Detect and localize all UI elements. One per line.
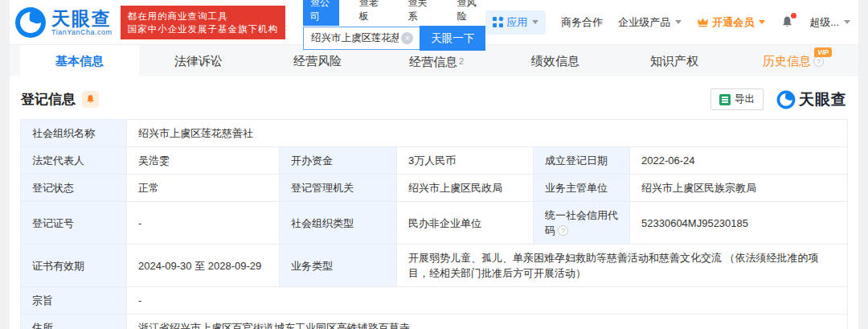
slogan-line1: 都在用的商业查询工具 [128,10,279,23]
tab-intellectual-property[interactable]: 知识产权 [615,45,734,76]
brand-name: 天眼查 [51,9,113,28]
help-icon[interactable]: ? [558,225,568,236]
subscribe-bell-button[interactable] [82,91,99,108]
field-label: 社会组织名称 [21,120,127,147]
tab-performance[interactable]: 绩效信息 [496,45,615,76]
search-tabs: 查公司 查老板 查关系 查风险 [303,0,485,26]
registration-table: 社会组织名称 绍兴市上虞区莲花慈善社 法定代表人 吴浩雯 开办资金 3万人民币 … [20,119,848,329]
nav-cooperation[interactable]: 商务合作 [561,15,603,30]
field-label: 统一社会信用代码? [534,202,630,245]
field-value: 吴浩雯 [127,147,280,175]
username: 超级... [809,15,839,30]
tab-history-info[interactable]: VIP 历史信息? [734,45,853,76]
search-block: 查公司 查老板 查关系 查风险 × 天眼一下 [303,0,485,51]
field-value: 民办非企业单位 [397,202,534,245]
tab-operation-info-label: 经营信息 [409,55,457,68]
table-row: 住所 浙江省绍兴市上虞区百官街道城东工业园区高铁辅路百草寺 [21,315,848,329]
nav-apps-label: 应用 [506,15,527,30]
field-value: 52330604MJ95230185 [630,202,848,245]
bell-icon [85,94,96,105]
tab-history-info-label: 历史信息 [763,54,811,68]
field-label-text: 统一社会信用代码 [545,209,618,236]
field-label: 开办资金 [280,147,397,175]
field-value: - [127,287,848,315]
tab-legal-label: 法律诉讼 [174,54,223,68]
notification-dot [791,13,796,19]
field-label: 登记状态 [21,175,127,202]
content-area: 登记信息 导出 天眼查 [10,76,858,329]
export-button-label: 导出 [735,93,755,106]
field-value: 2022-06-24 [630,147,848,175]
tianyancha-logo-icon [14,6,47,39]
search-tab-company[interactable]: 查公司 [303,0,339,26]
watermark-label: 天眼查 [799,89,847,110]
section-header: 登记信息 导出 天眼查 [10,76,858,119]
chevron-down-icon [844,20,850,24]
search-tab-risk[interactable]: 查风险 [449,0,485,26]
nav-enterprise-label: 企业级产品 [618,15,670,30]
table-row: 宗旨 - [21,287,848,315]
brand-logo[interactable]: 天眼查 TianYanCha.com [14,6,113,39]
field-label: 法定代表人 [21,147,127,175]
tab-basic-info[interactable]: 基本信息 [20,45,139,76]
vip-badge: VIP [814,47,832,57]
tab-operation-info[interactable]: 经营信息2 [377,45,496,76]
main-card: 天眼查 TianYanCha.com 都在用的商业查询工具 国家中小企业发展子基… [10,0,858,329]
table-row: 法定代表人 吴浩雯 开办资金 3万人民币 成立登记日期 2022-06-24 [21,147,848,175]
section-title: 登记信息 [21,90,76,109]
crown-icon [697,17,709,27]
chevron-down-icon [759,20,765,24]
table-row: 证书有效期 2024-09-30 至 2028-09-29 业务类型 开展弱势儿… [21,245,848,287]
nav-enterprise[interactable]: 企业级产品 [618,15,682,30]
slogan-line2: 国家中小企业发展子基金旗下机构 [128,23,279,35]
tab-operating-risk[interactable]: 经营风险 [258,45,377,76]
field-value: 浙江省绍兴市上虞区百官街道城东工业园区高铁辅路百草寺 [127,315,848,329]
field-value: 绍兴市上虞区民族宗教局 [630,175,848,202]
field-label: 宗旨 [21,287,127,315]
brand-slogan: 都在用的商业查询工具 国家中小企业发展子基金旗下机构 [121,6,286,39]
field-value: 开展弱势儿童、孤儿、单亲困难孕妇救助等慈善活动和慈善文化交流 （依法须经批准的项… [397,245,848,287]
field-label: 成立登记日期 [534,147,630,175]
nav-apps[interactable]: 应用 [485,10,546,35]
tianyancha-logo-icon [776,90,796,109]
search-tab-relation[interactable]: 查关系 [401,0,437,26]
top-nav: 应用 商务合作 企业级产品 开通会员 [485,10,850,35]
table-row: 登记状态 正常 登记管理机关 绍兴市上虞区民政局 业务主管单位 绍兴市上虞区民族… [21,175,848,202]
excel-export-icon [719,94,731,105]
field-label: 住所 [21,315,127,329]
table-row: 登记证号 - 社会组织类型 民办非企业单位 统一社会信用代码? 52330604… [21,202,848,245]
field-value: 绍兴市上虞区民政局 [397,175,534,202]
page-tab-bar: 基本信息 法律诉讼 经营风险 经营信息2 绩效信息 知识产权 VIP 历史信息? [10,44,858,76]
apps-grid-icon [493,17,503,27]
field-label: 业务主管单位 [534,175,630,202]
top-header: 天眼查 TianYanCha.com 都在用的商业查询工具 国家中小企业发展子基… [10,0,858,44]
brand-domain: TianYanCha.com [51,28,113,36]
status-badge: 正常 [127,175,280,202]
notifications-bell[interactable] [780,15,794,29]
tab-intellectual-property-label: 知识产权 [650,54,698,68]
field-value: - [127,202,280,245]
tab-operating-risk-label: 经营风险 [293,54,342,68]
nav-user-menu[interactable]: 超级... [809,15,850,30]
field-label: 登记证号 [21,202,127,245]
tab-basic-info-label: 基本信息 [55,54,104,68]
export-button[interactable]: 导出 [710,88,764,110]
tab-count-badge: 2 [459,56,464,66]
field-label: 社会组织类型 [280,202,397,245]
chevron-down-icon [532,20,538,24]
field-value: 2024-09-30 至 2028-09-29 [127,245,280,287]
nav-cooperation-label: 商务合作 [561,15,603,30]
field-label: 登记管理机关 [280,175,397,202]
help-icon[interactable]: ? [813,56,824,67]
tianyancha-watermark: 天眼查 [776,89,847,110]
search-tab-boss[interactable]: 查老板 [352,0,388,26]
table-row: 社会组织名称 绍兴市上虞区莲花慈善社 [21,120,848,147]
field-value: 绍兴市上虞区莲花慈善社 [127,120,848,147]
field-label: 证书有效期 [21,245,127,287]
nav-open-vip[interactable]: 开通会员 [697,15,765,30]
chevron-down-icon [675,20,682,24]
tab-legal[interactable]: 法律诉讼 [139,45,258,76]
field-label: 业务类型 [280,245,397,287]
nav-open-vip-label: 开通会员 [712,15,754,30]
tab-performance-label: 绩效信息 [531,54,579,68]
